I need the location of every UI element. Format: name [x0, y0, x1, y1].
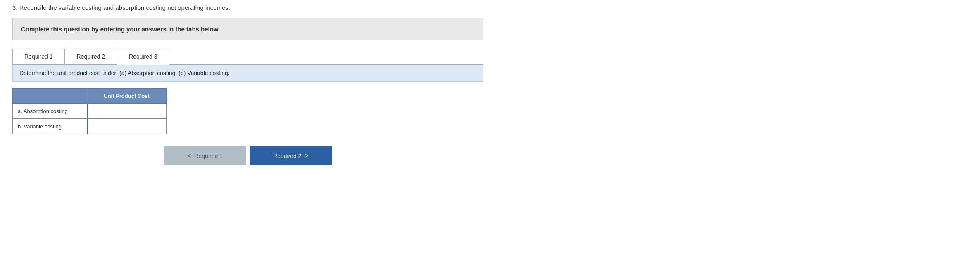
row-absorption-label: a. Absorption costing	[13, 104, 87, 119]
table-row: a. Absorption costing	[13, 104, 167, 119]
next-chevron-icon: >	[305, 152, 309, 160]
question-description: Determine the unit product cost under: (…	[12, 65, 483, 82]
absorption-costing-input[interactable]	[87, 104, 166, 118]
prev-button[interactable]: < Required 1	[164, 146, 246, 165]
cost-table: Unit Product Cost a. Absorption costing …	[12, 88, 167, 134]
table-header-col: Unit Product Cost	[87, 89, 167, 104]
tab-required-2[interactable]: Required 2	[65, 49, 117, 64]
instruction-box: Complete this question by entering your …	[12, 18, 483, 40]
tab-required-1[interactable]: Required 1	[12, 49, 65, 64]
table-row: b. Variable costing	[13, 119, 167, 134]
next-button-label: Required 2	[273, 153, 302, 159]
table-header-empty	[13, 89, 87, 104]
row-absorption-input-cell	[87, 104, 167, 119]
row-variable-input-cell	[87, 119, 167, 134]
variable-costing-input[interactable]	[87, 119, 166, 134]
nav-buttons: < Required 1 Required 2 >	[12, 146, 483, 165]
top-text: 3. Reconcile the variable costing and ab…	[12, 4, 483, 11]
tabs-container: Required 1 Required 2 Required 3	[12, 49, 483, 65]
row-variable-label: b. Variable costing	[13, 119, 87, 134]
prev-button-label: Required 1	[194, 153, 223, 159]
next-button[interactable]: Required 2 >	[250, 146, 332, 165]
table-area: Unit Product Cost a. Absorption costing …	[12, 88, 483, 134]
prev-chevron-icon: <	[187, 152, 191, 160]
tab-required-3[interactable]: Required 3	[117, 49, 169, 65]
